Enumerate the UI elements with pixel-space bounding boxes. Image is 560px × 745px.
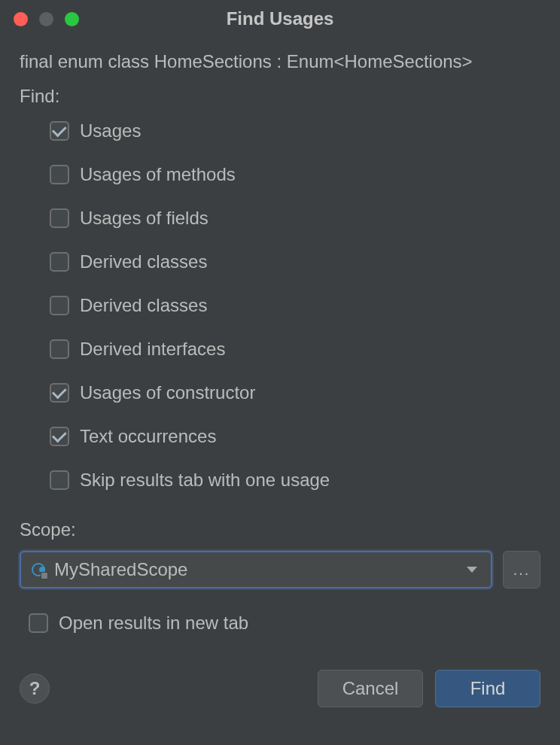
help-button[interactable]: ?	[20, 674, 50, 704]
target-signature: final enum class HomeSections : Enum<Hom…	[20, 51, 540, 72]
option-usages-of-constructor[interactable]: Usages of constructor	[50, 382, 540, 403]
scope-label: Scope:	[20, 519, 540, 540]
option-usages-of-methods[interactable]: Usages of methods	[50, 164, 540, 185]
checkbox-text-occurrences[interactable]	[50, 427, 69, 446]
chevron-down-icon	[467, 567, 477, 573]
find-options-list: Usages Usages of methods Usages of field…	[20, 120, 540, 491]
checkbox-derived-interfaces[interactable]	[50, 339, 69, 359]
option-label: Derived classes	[80, 251, 207, 272]
find-button[interactable]: Find	[435, 670, 540, 707]
close-window-button[interactable]	[14, 12, 28, 26]
option-open-new-tab[interactable]: Open results in new tab	[20, 613, 540, 634]
dialog-content: final enum class HomeSections : Enum<Hom…	[0, 38, 560, 634]
option-label: Usages	[80, 120, 141, 141]
dialog-footer: ? Cancel Find	[0, 670, 560, 707]
scope-value: MySharedScope	[54, 559, 459, 580]
maximize-window-button[interactable]	[65, 12, 79, 26]
checkbox-open-new-tab[interactable]	[29, 613, 48, 633]
option-label: Usages of methods	[80, 164, 236, 185]
option-label: Text occurrences	[80, 426, 216, 447]
checkbox-usages[interactable]	[50, 121, 69, 141]
minimize-window-button[interactable]	[39, 12, 53, 26]
option-skip-results-tab[interactable]: Skip results tab with one usage	[50, 470, 540, 491]
checkbox-usages-of-methods[interactable]	[50, 165, 69, 184]
checkbox-usages-of-constructor[interactable]	[50, 383, 69, 403]
titlebar: Find Usages	[0, 0, 560, 38]
shared-scope-icon	[30, 561, 47, 578]
option-usages-of-fields[interactable]: Usages of fields	[50, 208, 540, 229]
option-usages[interactable]: Usages	[50, 120, 540, 141]
option-label: Skip results tab with one usage	[80, 470, 330, 491]
option-derived-interfaces[interactable]: Derived interfaces	[50, 339, 540, 360]
option-label: Derived classes	[80, 295, 207, 316]
cancel-button[interactable]: Cancel	[318, 670, 423, 707]
option-derived-classes-2[interactable]: Derived classes	[50, 295, 540, 316]
option-derived-classes-1[interactable]: Derived classes	[50, 251, 540, 272]
option-text-occurrences[interactable]: Text occurrences	[50, 426, 540, 447]
option-label: Usages of constructor	[80, 382, 255, 403]
checkbox-usages-of-fields[interactable]	[50, 208, 69, 228]
scope-select[interactable]: MySharedScope	[20, 551, 492, 588]
find-label: Find:	[20, 86, 540, 107]
option-label: Open results in new tab	[59, 613, 248, 634]
checkbox-derived-classes-2[interactable]	[50, 296, 69, 315]
checkbox-skip-results-tab[interactable]	[50, 470, 69, 490]
checkbox-derived-classes-1[interactable]	[50, 252, 69, 272]
option-label: Derived interfaces	[80, 339, 225, 360]
option-label: Usages of fields	[80, 208, 208, 229]
window-title: Find Usages	[227, 8, 334, 29]
scope-more-button[interactable]: ...	[503, 551, 540, 588]
window-controls	[14, 12, 79, 26]
scope-row: MySharedScope ...	[20, 551, 540, 588]
